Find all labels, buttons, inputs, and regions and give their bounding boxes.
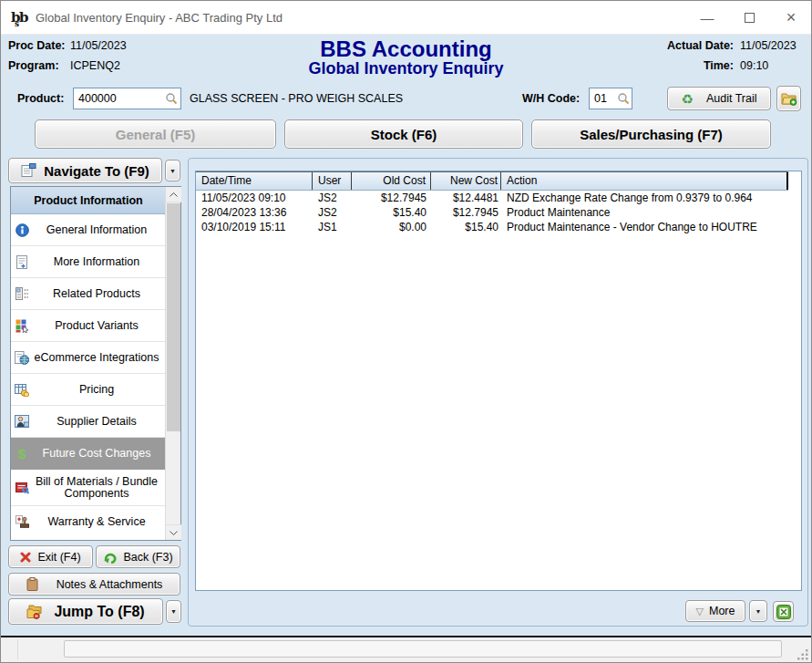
table-row[interactable]: 28/04/2023 13:36 JS2 $15.40 $12.7945 Pro… [196,205,801,220]
cell-old-cost: $15.40 [352,205,431,220]
chevron-down-icon: ▼ [170,608,177,615]
sidebar-item-bill-of-materials[interactable]: Bill of Materials / Bundle Components [11,470,166,506]
minimize-button[interactable]: — [700,10,714,26]
export-excel-button[interactable] [773,601,794,622]
scroll-up-icon[interactable] [166,187,181,202]
excel-icon [776,605,791,619]
cell-user: JS1 [313,220,352,234]
sidebar-item-warranty-service[interactable]: Warranty & Service [11,506,166,538]
sidebar-item-future-cost-changes[interactable]: $ Future Cost Changes [11,438,166,470]
tab-sales-purchasing[interactable]: Sales/Purchasing (F7) [531,119,771,149]
pricing-table-icon [15,382,29,397]
tab-stock-label: Stock (F6) [371,127,437,142]
back-button[interactable]: Back (F3) [96,545,180,568]
sidebar-item-label: More Information [29,256,166,268]
cell-datetime: 28/04/2023 13:36 [196,205,313,220]
sidebar-scrollbar[interactable] [165,187,180,540]
product-search-icon[interactable] [165,92,178,105]
window-title: Global Inventory Enquiry - ABC Trading P… [36,11,283,25]
tab-general[interactable]: General (F5) [35,119,276,149]
maximize-button[interactable] [742,10,756,26]
table-header-row: Date/Time User Old Cost New Cost Action [196,171,788,191]
cell-new-cost: $12.4481 [431,191,501,205]
future-cost-changes-panel: Date/Time User Old Cost New Cost Action … [188,158,808,627]
audit-trail-label: Audit Trail [706,92,757,105]
list-header: Product Information [11,187,166,214]
wh-code-search-icon[interactable] [617,92,630,105]
actual-date-label: Actual Date: [652,39,734,52]
titlebar: bsb Global Inventory Enquiry - ABC Tradi… [1,1,811,35]
more-button[interactable]: ▽ More [685,600,745,622]
cell-new-cost: $15.40 [431,220,501,234]
navigation-list: Product Information General Information … [10,186,181,541]
close-button[interactable]: × [784,8,798,27]
cost-changes-table: Date/Time User Old Cost New Cost Action … [195,171,802,591]
actual-date-row: Actual Date: 11/05/2023 [652,39,800,52]
cell-new-cost: $12.7945 [431,205,501,220]
sidebar-item-pricing[interactable]: Pricing [11,374,166,406]
back-arrow-icon [103,551,117,564]
exit-cross-icon [20,552,31,563]
cell-user: JS2 [313,191,352,205]
table-row[interactable]: 11/05/2023 09:10 JS2 $12.7945 $12.4481 N… [196,191,801,205]
column-header-user[interactable]: User [313,172,352,190]
tab-stock[interactable]: Stock (F6) [284,119,523,149]
sidebar-item-supplier-details[interactable]: Supplier Details [11,406,166,438]
status-bar [1,637,811,662]
cell-action: Product Maintenance - Vendor Change to H… [501,220,788,234]
jump-to-label: Jump To (F8) [54,604,144,620]
sidebar-item-label: Future Cost Changes [29,448,166,460]
status-separator [17,639,18,659]
navigate-to-button[interactable]: Navigate To (F9) [8,158,162,183]
maximize-icon [745,13,755,23]
notes-attachments-label: Notes & Attachments [57,578,163,591]
cell-datetime: 11/05/2023 09:10 [196,191,313,205]
clipboard-icon [26,577,38,591]
sidebar-item-label: Supplier Details [29,416,166,428]
cell-action: Product Maintenance [501,205,788,220]
sidebar-item-label: Product Variants [29,320,166,332]
status-message-panel [64,640,782,658]
column-header-old-cost[interactable]: Old Cost [352,172,431,190]
time-value: 09:10 [740,59,800,72]
chevron-down-icon: ▼ [170,168,176,174]
navigate-dropdown-button[interactable]: ▼ [165,160,180,181]
sidebar-item-label: eCommerce Integrations [29,352,166,364]
sidebar-item-product-variants[interactable]: Product Variants [11,310,166,342]
sidebar-item-more-information[interactable]: More Information [11,246,166,278]
chevron-down-icon: ▼ [755,608,762,615]
exit-button[interactable]: Exit (F4) [8,545,93,568]
document-plus-icon [15,254,29,269]
column-header-new-cost[interactable]: New Cost [431,172,501,190]
jump-to-button[interactable]: Jump To (F8) [8,598,163,625]
folder-add-icon [781,91,797,106]
checklist-icon [15,286,29,301]
actual-date-value: 11/05/2023 [740,39,800,52]
column-header-datetime[interactable]: Date/Time [196,172,313,190]
tab-general-label: General (F5) [116,127,196,142]
sidebar-item-general-information[interactable]: General Information [11,214,166,246]
sidebar-item-label: Warranty & Service [29,516,166,528]
notes-attachments-button[interactable]: Notes & Attachments [8,573,180,596]
back-label: Back (F3) [123,551,172,564]
dollar-icon: $ [15,446,29,461]
info-icon [15,223,29,237]
resize-grip-icon[interactable] [797,648,809,660]
sidebar-item-related-products[interactable]: Related Products [11,278,166,310]
more-triangle-icon: ▽ [696,606,704,617]
cell-action: NZD Exchange Rate Change from 0.9379 to … [501,191,788,205]
exit-label: Exit (F4) [37,551,80,564]
column-header-action[interactable]: Action [501,172,788,190]
time-row: Time: 09:10 [652,59,800,72]
jump-folders-icon [26,605,43,619]
add-attachment-folder-button[interactable] [776,86,801,111]
scrollbar-thumb[interactable] [167,203,180,431]
more-dropdown-button[interactable]: ▼ [749,600,767,622]
table-row[interactable]: 03/10/2019 15:11 JS1 $0.00 $15.40 Produc… [196,220,801,234]
audit-trail-button[interactable]: ♻ Audit Trail [667,87,771,110]
cell-datetime: 03/10/2019 15:11 [196,220,313,234]
variants-grid-icon [15,318,29,333]
jump-dropdown-button[interactable]: ▼ [166,600,181,623]
scroll-down-icon[interactable] [166,524,181,540]
sidebar-item-ecommerce-integrations[interactable]: eCommerce Integrations [11,342,166,374]
